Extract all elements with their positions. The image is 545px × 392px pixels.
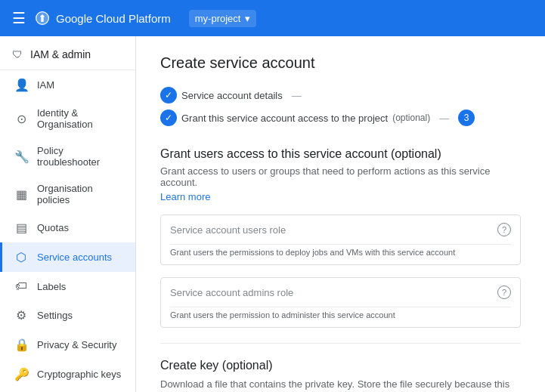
sidebar-item-label: Organisation policies (37, 183, 123, 205)
admins-role-input-row: ? (161, 278, 520, 307)
identity-icon: ⊙ (14, 112, 28, 126)
create-key-title: Create key (optional) (160, 359, 521, 372)
users-role-input-row: ? (161, 215, 520, 244)
sidebar-item-label: Identity & Organisation (37, 107, 123, 130)
gcp-logo-icon (35, 11, 50, 26)
iam-icon: 👤 (14, 78, 28, 92)
sidebar-item-org-policies[interactable]: ▦ Organisation policies (0, 175, 135, 213)
sidebar-item-label: Privacy & Security (37, 339, 116, 350)
create-key-section: Create key (optional) Download a file th… (160, 359, 521, 392)
sidebar: 🛡 IAM & admin 👤 IAM ⊙ Identity & Organis… (0, 36, 136, 392)
sidebar-item-crypto[interactable]: 🔑 Cryptographic keys (0, 360, 135, 389)
step-1-check-icon: ✓ (160, 87, 177, 103)
sidebar-item-service-accounts[interactable]: ⬡ Service accounts (0, 242, 135, 272)
quotas-icon: ▤ (14, 221, 28, 235)
sidebar-item-policy-troubleshooter[interactable]: 🔧 Policy troubleshooter (0, 137, 135, 175)
main-content: Create service account ✓ Service account… (136, 36, 545, 392)
sidebar-header-title: IAM & admin (30, 48, 91, 60)
admins-role-input-group: ? Grant users the permission to administ… (160, 277, 521, 328)
create-key-description: Download a file that contains the privat… (160, 377, 521, 392)
sidebar-item-privacy[interactable]: 🔒 Privacy & Security (0, 330, 135, 360)
settings-icon: ⚙ (14, 308, 28, 323)
users-role-help-icon[interactable]: ? (497, 223, 511, 236)
crypto-icon: 🔑 (14, 367, 28, 381)
grant-users-section: Grant users access to this service accou… (160, 147, 521, 328)
users-role-input-group: ? Grant users the permissions to deploy … (160, 215, 521, 265)
step-3-number: 3 (458, 110, 475, 126)
admins-role-input[interactable] (170, 287, 491, 298)
layout: 🛡 IAM & admin 👤 IAM ⊙ Identity & Organis… (0, 36, 545, 392)
sidebar-item-quotas[interactable]: ▤ Quotas (0, 213, 135, 242)
org-policies-icon: ▦ (14, 187, 28, 202)
sidebar-item-label: Policy troubleshooter (37, 145, 123, 168)
steps-indicator: ✓ Service account details — ✓ Grant this… (160, 87, 521, 126)
privacy-icon: 🔒 (14, 338, 28, 352)
users-role-input[interactable] (170, 224, 491, 236)
step-divider-2: — (439, 113, 449, 124)
sidebar-item-label: Settings (37, 310, 73, 321)
grant-users-title: Grant users access to this service accou… (160, 147, 521, 161)
sidebar-item-label: Cryptographic keys (37, 369, 121, 380)
learn-more-link[interactable]: Learn more (160, 191, 210, 202)
topbar-title: Google Cloud Platform (56, 12, 171, 25)
step-divider-1: — (292, 90, 302, 101)
dropdown-icon: ▾ (245, 13, 250, 24)
section-divider (160, 343, 521, 344)
users-role-hint: Grant users the permissions to deploy jo… (161, 245, 520, 264)
sidebar-header: 🛡 IAM & admin (0, 36, 135, 70)
iam-shield-icon: 🛡 (12, 48, 23, 60)
project-name: my-project (195, 13, 241, 24)
topbar-logo: Google Cloud Platform (35, 11, 171, 26)
sidebar-item-settings[interactable]: ⚙ Settings (0, 301, 135, 330)
sidebar-item-iap[interactable]: ◨ Identity-Aware Proxy (0, 389, 135, 392)
policy-icon: 🔧 (14, 150, 28, 164)
topbar: ☰ Google Cloud Platform my-project ▾ (0, 0, 545, 36)
labels-icon: 🏷 (14, 279, 28, 293)
step-2-label: Grant this service account access to the… (181, 113, 388, 124)
sidebar-item-identity[interactable]: ⊙ Identity & Organisation (0, 100, 135, 137)
sidebar-item-label: Service accounts (37, 252, 112, 263)
menu-icon[interactable]: ☰ (12, 9, 26, 27)
admins-role-hint: Grant users the permission to administer… (161, 307, 520, 327)
service-accounts-icon: ⬡ (14, 250, 28, 264)
step-2-check-icon: ✓ (160, 110, 177, 126)
topbar-project-selector[interactable]: my-project ▾ (189, 10, 257, 27)
grant-users-description: Grant access to users or groups that nee… (160, 165, 521, 188)
sidebar-item-label: Labels (37, 281, 66, 292)
step-2: ✓ Grant this service account access to t… (160, 110, 430, 126)
sidebar-item-labels[interactable]: 🏷 Labels (0, 272, 135, 301)
sidebar-item-iam[interactable]: 👤 IAM (0, 70, 135, 100)
step-2-optional: (optional) (392, 113, 430, 123)
sidebar-item-label: Quotas (37, 222, 69, 233)
step-1-label: Service account details (181, 90, 283, 101)
admins-role-help-icon[interactable]: ? (497, 286, 511, 299)
page-title: Create service account (160, 54, 521, 72)
step-3: 3 (458, 110, 475, 126)
step-1: ✓ Service account details (160, 87, 283, 103)
sidebar-item-label: IAM (37, 79, 54, 91)
